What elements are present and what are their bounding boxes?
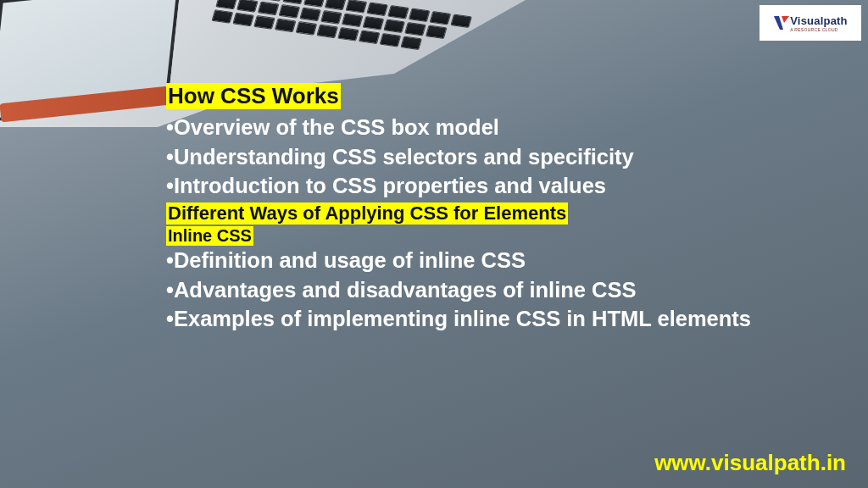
section-subheading: Different Ways of Applying CSS for Eleme… [166, 202, 568, 225]
slide-content: How CSS Works Overview of the CSS box mo… [166, 83, 810, 334]
bullet-item: Advantages and disadvantages of inline C… [166, 275, 810, 305]
section-subheading-minor: Inline CSS [166, 226, 253, 246]
logo-brand-text: Visualpath [790, 14, 848, 27]
bullet-item: Introduction to CSS properties and value… [166, 171, 810, 201]
bullet-item: Examples of implementing inline CSS in H… [166, 304, 810, 334]
bullet-item: Definition and usage of inline CSS [166, 246, 810, 275]
keyboard-graphic [204, 0, 526, 90]
section-heading: How CSS Works [166, 83, 341, 109]
brand-logo: Visualpath A RESOURCE CLOUD [760, 5, 861, 41]
logo-tagline: A RESOURCE CLOUD [790, 27, 848, 32]
footer-url: www.visualpath.in [654, 450, 846, 476]
logo-v-icon [773, 14, 790, 31]
bullet-item: Overview of the CSS box model [166, 113, 810, 142]
bullet-item: Understanding CSS selectors and specific… [166, 142, 810, 172]
